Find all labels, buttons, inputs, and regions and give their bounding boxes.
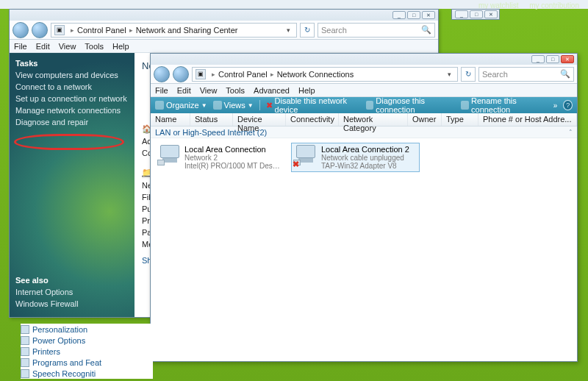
chevron-down-icon: ▼ bbox=[248, 102, 254, 109]
chevron-right-icon: ▸ bbox=[71, 26, 74, 34]
task-manage-connections[interactable]: Manage network connections bbox=[15, 106, 129, 115]
help-icon[interactable]: ? bbox=[563, 100, 573, 110]
menu-file[interactable]: File bbox=[14, 42, 27, 51]
breadcrumb[interactable]: ▣ ▸ Control Panel ▸ Network Connections … bbox=[192, 67, 458, 82]
item-icon bbox=[21, 358, 29, 367]
breadcrumb-leaf[interactable]: Network Connections bbox=[277, 70, 354, 79]
menu-view[interactable]: View bbox=[59, 42, 76, 51]
menu-view[interactable]: View bbox=[200, 86, 218, 95]
disable-device-button[interactable]: ✖Disable this network device bbox=[266, 96, 360, 114]
menu-tools[interactable]: Tools bbox=[85, 42, 104, 51]
close-button[interactable]: ✕ bbox=[422, 11, 435, 19]
refresh-button[interactable]: ↻ bbox=[461, 67, 476, 82]
connection-name: Local Area Connection 2 bbox=[321, 145, 409, 154]
menu-advanced[interactable]: Advanced bbox=[254, 86, 290, 95]
breadcrumb-leaf[interactable]: Network and Sharing Center bbox=[136, 26, 238, 35]
breadcrumb-root[interactable]: Control Panel bbox=[218, 70, 268, 79]
menu-help[interactable]: Help bbox=[298, 86, 315, 95]
col-category[interactable]: Network Category bbox=[339, 113, 408, 126]
nav-back-icon[interactable] bbox=[12, 22, 29, 38]
cpl-personalization[interactable]: Personalization bbox=[21, 324, 153, 335]
close-button[interactable]: ✕ bbox=[484, 10, 498, 18]
connection-status: Network cable unplugged bbox=[321, 154, 409, 162]
chevron-right-icon: ▸ bbox=[270, 71, 274, 78]
cpl-speech-recognition[interactable]: Speech Recogniti bbox=[21, 368, 153, 379]
menu-help[interactable]: Help bbox=[112, 42, 129, 51]
maximize-button[interactable]: □ bbox=[470, 10, 483, 18]
task-setup-connection[interactable]: Set up a connection or network bbox=[15, 94, 129, 103]
connection-device: Intel(R) PRO/1000 MT Deskt... bbox=[184, 162, 282, 170]
seealso-windows-firewall[interactable]: Windows Firewall bbox=[15, 299, 129, 308]
maximize-button[interactable]: □ bbox=[546, 55, 559, 63]
nav-forward-icon[interactable] bbox=[32, 22, 48, 38]
address-bar: ▣ ▸ Control Panel ▸ Network and Sharing … bbox=[10, 21, 438, 40]
menu-edit[interactable]: Edit bbox=[177, 86, 191, 95]
command-toolbar: Organize▼ Views▼ ✖Disable this network d… bbox=[151, 97, 577, 113]
minimize-button[interactable]: _ bbox=[531, 55, 545, 63]
col-status[interactable]: Status bbox=[190, 113, 233, 126]
maximize-button[interactable]: □ bbox=[407, 11, 420, 19]
item-icon bbox=[21, 369, 29, 378]
nic-icon: ✖ bbox=[293, 145, 318, 167]
minimize-button[interactable]: _ bbox=[455, 10, 468, 18]
tasks-sidebar: Tasks View computers and devices Connect… bbox=[10, 53, 135, 317]
chevron-right-icon: ▸ bbox=[129, 26, 133, 34]
chevron-down-icon: ▼ bbox=[201, 102, 207, 109]
task-view-computers[interactable]: View computers and devices bbox=[15, 71, 129, 79]
diagnose-button[interactable]: Diagnose this connection bbox=[366, 96, 456, 114]
nav-forward-icon[interactable] bbox=[173, 66, 189, 82]
titlebar[interactable]: _ □ ✕ bbox=[10, 10, 438, 21]
rename-button[interactable]: Rename this connection bbox=[461, 96, 547, 114]
task-diagnose-repair[interactable]: Diagnose and repair bbox=[15, 118, 129, 127]
menu-bar: File Edit View Tools Help bbox=[10, 40, 438, 53]
overflow-icon[interactable]: » bbox=[553, 102, 558, 110]
disable-icon: ✖ bbox=[266, 101, 273, 110]
connection-device: TAP-Win32 Adapter V8 bbox=[321, 162, 409, 170]
breadcrumb[interactable]: ▣ ▸ Control Panel ▸ Network and Sharing … bbox=[51, 23, 297, 38]
titlebar[interactable]: _ □ ✕ bbox=[151, 54, 577, 65]
menu-file[interactable]: File bbox=[155, 86, 168, 95]
collapse-icon[interactable]: ˄ bbox=[569, 129, 573, 136]
seealso-internet-options[interactable]: Internet Options bbox=[15, 288, 129, 296]
search-placeholder: Search bbox=[321, 26, 347, 35]
annotation-circle-icon bbox=[14, 134, 124, 150]
connection-name: Local Area Connection bbox=[184, 145, 282, 154]
close-button[interactable]: ✕ bbox=[561, 55, 574, 63]
views-button[interactable]: Views▼ bbox=[213, 101, 254, 110]
cpl-programs-features[interactable]: Programs and Feat bbox=[21, 357, 153, 368]
menu-edit[interactable]: Edit bbox=[36, 42, 50, 51]
task-connect-network[interactable]: Connect to a network bbox=[15, 82, 129, 91]
location-icon: ▣ bbox=[196, 69, 206, 79]
breadcrumb-dropdown-icon[interactable]: ▾ bbox=[444, 71, 454, 78]
connection-item[interactable]: ✖ Local Area Connection 2 Network cable … bbox=[291, 143, 420, 172]
nav-back-icon[interactable] bbox=[154, 66, 170, 82]
cpl-power-options[interactable]: Power Options bbox=[21, 335, 153, 346]
link-contributions[interactable]: my contribution bbox=[529, 1, 579, 10]
item-icon bbox=[21, 325, 29, 334]
connections-area: Local Area Connection Network 2 Intel(R)… bbox=[151, 138, 577, 177]
col-phone[interactable]: Phone # or Host Addre... bbox=[478, 113, 577, 126]
connection-item[interactable]: Local Area Connection Network 2 Intel(R)… bbox=[155, 143, 284, 172]
cpl-printers[interactable]: Printers bbox=[21, 346, 153, 357]
views-icon bbox=[213, 101, 222, 110]
col-name[interactable]: Name bbox=[151, 113, 190, 126]
search-icon: 🔍 bbox=[421, 25, 431, 35]
menu-tools[interactable]: Tools bbox=[226, 86, 245, 95]
refresh-button[interactable]: ↻ bbox=[300, 23, 315, 38]
menu-bar: File Edit View Tools Advanced Help bbox=[151, 84, 577, 97]
col-connectivity[interactable]: Connectivity bbox=[286, 113, 339, 126]
search-input[interactable]: Search 🔍 bbox=[318, 23, 435, 38]
separator bbox=[259, 100, 260, 110]
search-input[interactable]: Search 🔍 bbox=[478, 67, 574, 82]
organize-button[interactable]: Organize▼ bbox=[155, 101, 207, 110]
breadcrumb-dropdown-icon[interactable]: ▾ bbox=[283, 26, 293, 34]
minimize-button[interactable]: _ bbox=[392, 11, 406, 19]
seealso-header: See also bbox=[15, 276, 129, 285]
window-network-connections: _ □ ✕ ▣ ▸ Control Panel ▸ Network Connec… bbox=[150, 53, 578, 362]
col-owner[interactable]: Owner bbox=[408, 113, 442, 126]
item-icon bbox=[21, 347, 29, 356]
breadcrumb-root[interactable]: Control Panel bbox=[77, 26, 126, 35]
col-device[interactable]: Device Name bbox=[233, 113, 286, 126]
col-type[interactable]: Type bbox=[442, 113, 478, 126]
address-bar: ▣ ▸ Control Panel ▸ Network Connections … bbox=[151, 65, 577, 84]
